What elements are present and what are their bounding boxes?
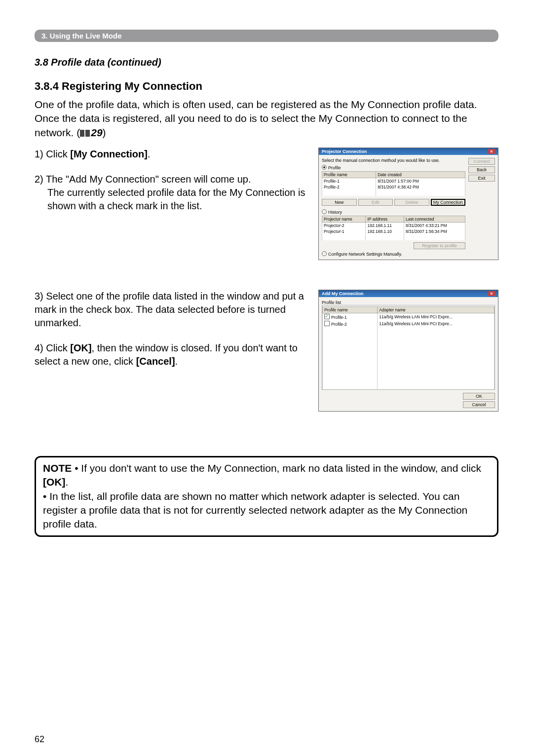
register-to-profile-button[interactable]: Register to profile (414, 242, 465, 249)
cell: Profile-1 (322, 178, 376, 185)
cell: Projector-2 (322, 223, 366, 229)
dlg2-title: Add My Connection (322, 291, 364, 296)
projector-connection-dialog: Projector Connection × Connect Back Exit… (318, 148, 498, 260)
note1-bold: [OK] (43, 476, 66, 488)
step4-tail: . (175, 356, 178, 367)
step4-b1: [OK] (70, 342, 91, 353)
col-profile-name: Profile name (324, 307, 348, 312)
cell: Profile-1 (331, 315, 347, 320)
col-adapter-name: Adapter name (379, 307, 405, 312)
cell: 8/31/2007 1:57:00 PM (376, 178, 465, 185)
connect-button[interactable]: Connect (468, 158, 495, 165)
list-item[interactable]: Profile-1 11a/b/g Wireless LAN Mini PCI … (323, 313, 495, 321)
cell: Profile-2 (331, 322, 347, 327)
note1-tail: . (66, 476, 69, 488)
cell: 192.168.1.10 (366, 228, 404, 234)
delete-button[interactable]: Delete (394, 199, 429, 206)
note2-text: • In the list, all profile data are show… (43, 491, 467, 530)
manual-radio[interactable] (322, 251, 327, 256)
cell: 8/31/2007 4:33:21 PM (404, 223, 465, 229)
step-3: 3) Select one of the profile data listed… (35, 290, 308, 330)
cell: 11a/b/g Wireless LAN Mini PCI Expre... (378, 320, 495, 327)
exit-button[interactable]: Exit (468, 175, 495, 182)
col-date-created: Date created (376, 172, 465, 178)
profile-checkbox[interactable] (324, 321, 330, 326)
step-4: 4) Click [OK], then the window is closed… (35, 341, 308, 368)
cell: 11a/b/g Wireless LAN Mini PCI Expre... (378, 313, 495, 321)
step4-b2: [Cancel] (136, 356, 175, 367)
dlg1-title: Projector Connection (322, 149, 367, 154)
page-number: 62 (35, 734, 498, 745)
step-1: 1) Click [My Connection]. (35, 148, 308, 161)
profile-table[interactable]: Profile nameDate created Profile-18/31/2… (322, 171, 465, 196)
step1-pre: 1) Click (35, 149, 70, 159)
col-last-connected: Last connected (404, 216, 465, 223)
subhead-italic: 3.8 Profile data (continued) (35, 57, 498, 68)
add-my-connection-dialog: Add My Connection × Profile list Profile… (318, 290, 498, 412)
history-table[interactable]: Projector name IP address Last connected… (322, 216, 465, 240)
step1-bold: [My Connection] (70, 149, 148, 159)
close-icon[interactable]: × (488, 149, 495, 154)
edit-button[interactable]: Edit (358, 199, 393, 206)
note1-pre: • If you don't want to use the My Connec… (72, 462, 481, 474)
ok-button[interactable]: OK (463, 393, 495, 400)
history-radio[interactable] (322, 209, 327, 214)
profile-checkbox[interactable] (324, 314, 330, 319)
profile-radio-label: Profile (328, 165, 341, 170)
intro-tail: ) (103, 127, 106, 138)
cell: 8/31/2007 1:56:34 PM (404, 228, 465, 234)
step-2: 2) The "Add My Connection" screen will c… (35, 173, 308, 213)
back-button[interactable]: Back (468, 166, 495, 173)
note-label: NOTE (43, 462, 72, 474)
table-row[interactable]: Projector-1192.168.1.108/31/2007 1:56:34… (322, 228, 465, 234)
profile-list-label: Profile list (322, 300, 495, 305)
history-radio-label: History (328, 210, 342, 215)
cell: 192.168.1.11 (366, 223, 404, 229)
heading-3-8-4: 3.8.4 Registering My Connection (35, 80, 498, 93)
note-box: NOTE • If you don't want to use the My C… (35, 456, 498, 537)
col-profile-name: Profile name (322, 172, 376, 178)
table-row[interactable]: Profile-28/31/2007 4:38:42 PM (322, 184, 465, 190)
cell: Profile-2 (322, 184, 376, 190)
intro-paragraph: One of the profile data, which is often … (35, 98, 498, 140)
step2b-text: The currently selected profile data for … (35, 186, 308, 213)
manual-radio-label: Configure Network Settings Manually. (328, 252, 402, 257)
dlg1-caption: Select the manual connection method you … (322, 158, 465, 163)
step2a-text: 2) The "Add My Connection" screen will c… (35, 173, 308, 186)
table-row[interactable]: Profile-18/31/2007 1:57:00 PM (322, 178, 465, 185)
cell: 8/31/2007 4:38:42 PM (376, 184, 465, 190)
cancel-button[interactable]: Cancel (463, 401, 495, 408)
col-ip-address: IP address (366, 216, 404, 223)
list-item[interactable]: Profile-2 11a/b/g Wireless LAN Mini PCI … (323, 320, 495, 327)
col-projector-name: Projector name (322, 216, 366, 223)
section-bar: 3. Using the Live Mode (35, 30, 498, 42)
my-connection-button[interactable]: My Connection (431, 199, 466, 206)
step4-pre: 4) Click (35, 342, 70, 353)
book-icon (80, 130, 90, 137)
cell: Projector-1 (322, 228, 366, 234)
close-icon[interactable]: × (488, 291, 495, 296)
table-row[interactable]: Projector-2192.168.1.118/31/2007 4:33:21… (322, 223, 465, 229)
step1-tail: . (148, 149, 151, 159)
profile-radio[interactable] (322, 165, 327, 170)
new-button[interactable]: New (322, 199, 357, 206)
intro-ref: 29 (91, 127, 102, 138)
profile-list[interactable]: Profile name Adapter name Profile-1 11a/… (322, 305, 495, 390)
